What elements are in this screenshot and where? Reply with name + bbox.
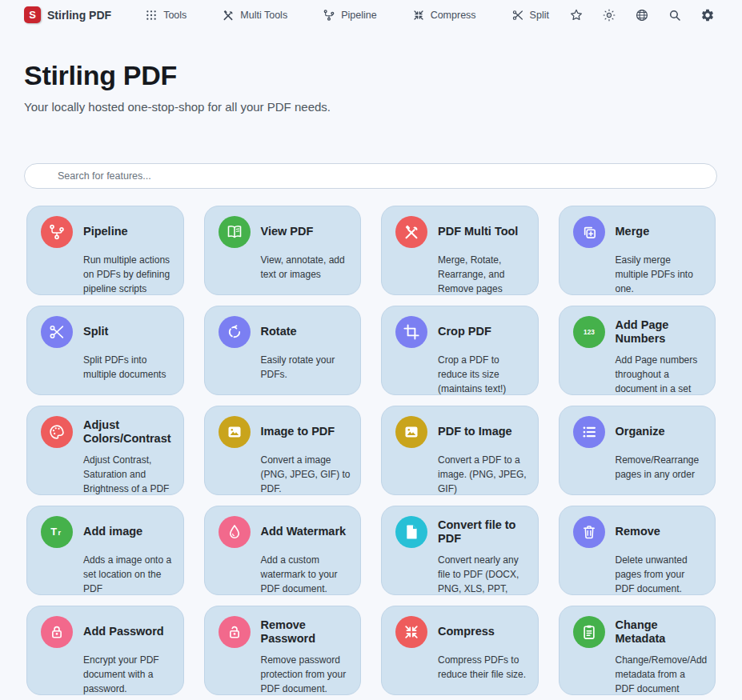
card-description: Easily merge multiple PDFs into one. — [616, 253, 706, 295]
card-pdf-to-image[interactable]: PDF to Image Convert a PDF to a image. (… — [381, 406, 539, 495]
card-icon-badge: Tr — [41, 516, 73, 548]
nav-item-multi-tools[interactable]: Multi Tools — [222, 9, 287, 22]
card-remove[interactable]: Remove Delete unwanted pages from your P… — [559, 506, 716, 595]
apps-grid-icon — [145, 9, 158, 22]
card-add-page-numbers[interactable]: 123 Add Page Numbers Add Page numbers th… — [559, 306, 716, 395]
settings-button[interactable] — [700, 8, 715, 22]
gear-icon — [700, 8, 715, 22]
merge-icon — [580, 223, 598, 241]
card-header: Add Watermark — [219, 516, 351, 548]
card-icon-badge — [573, 516, 605, 548]
card-split[interactable]: Split Split PDFs into multiple documents — [26, 306, 184, 395]
search-input[interactable] — [56, 170, 705, 182]
pipeline-icon — [323, 9, 335, 22]
crop-icon — [403, 323, 420, 341]
card-add-password[interactable]: Add Password Encrypt your PDF document w… — [26, 606, 184, 695]
card-add-image[interactable]: Tr Add image Adds a image onto a set loc… — [26, 506, 184, 595]
globe-icon — [635, 8, 649, 22]
card-view-pdf[interactable]: View PDF View, annotate, add text or ima… — [204, 206, 362, 295]
image-icon — [403, 423, 420, 441]
card-icon-badge — [395, 616, 427, 648]
nav-item-label: Multi Tools — [240, 10, 287, 21]
card-title: Change Metadata — [616, 618, 706, 646]
trash-icon — [580, 523, 598, 541]
brand-home-link[interactable]: S Stirling PDF — [24, 6, 111, 23]
card-header: 123 Add Page Numbers — [573, 316, 706, 348]
card-description: Crop a PDF to reduce its size (maintains… — [438, 353, 528, 395]
nav-item-label: Compress — [431, 10, 476, 21]
card-header: Organize — [573, 416, 706, 448]
card-image-to-pdf[interactable]: Image to PDF Convert a image (PNG, JPEG,… — [204, 406, 362, 495]
card-description: Run multiple actions on PDFs by defining… — [83, 253, 174, 295]
card-header: Add Password — [41, 616, 174, 648]
card-title: Add Page Numbers — [616, 318, 706, 346]
card-crop-pdf[interactable]: Crop PDF Crop a PDF to reduce its size (… — [381, 306, 539, 395]
clipboard-icon — [580, 623, 598, 641]
svg-text:r: r — [58, 529, 61, 537]
card-icon-badge — [219, 216, 251, 248]
favourites-button[interactable] — [569, 8, 584, 22]
theme-toggle-button[interactable] — [602, 8, 616, 22]
card-pipeline[interactable]: Pipeline Run multiple actions on PDFs by… — [26, 206, 184, 295]
card-icon-badge — [219, 516, 251, 548]
card-title: Add Watermark — [261, 525, 347, 538]
card-header: Crop PDF — [395, 316, 528, 348]
book-icon — [226, 223, 243, 241]
card-title: View PDF — [261, 225, 314, 238]
card-description: Merge, Rotate, Rearrange, and Remove pag… — [438, 253, 528, 295]
card-description: Add Page numbers throughout a document i… — [616, 353, 706, 395]
card-header: PDF Multi Tool — [395, 216, 528, 248]
card-title: Rotate — [261, 325, 297, 338]
pipeline-icon — [48, 223, 66, 241]
card-icon-badge — [573, 416, 605, 448]
card-icon-badge — [395, 516, 427, 548]
nav-actions — [569, 8, 726, 22]
card-description: Split PDFs into multiple documents — [83, 353, 174, 382]
card-title: Remove — [616, 525, 660, 538]
hero: Stirling PDF Your locally hosted one-sto… — [0, 28, 742, 114]
card-icon-badge — [41, 316, 73, 348]
card-merge[interactable]: Merge Easily merge multiple PDFs into on… — [559, 206, 716, 295]
nav-item-pipeline[interactable]: Pipeline — [323, 9, 376, 22]
card-icon-badge — [573, 216, 605, 248]
card-title: Compress — [438, 625, 495, 638]
card-description: Encrypt your PDF document with a passwor… — [83, 653, 174, 695]
card-header: Convert file to PDF — [395, 516, 528, 548]
card-icon-badge — [395, 416, 427, 448]
card-remove-password[interactable]: Remove Password Remove password protecti… — [204, 606, 362, 695]
nav-item-tools[interactable]: Tools — [145, 9, 187, 22]
card-description: Convert nearly any file to PDF (DOCX, PN… — [438, 553, 528, 595]
card-pdf-multi-tool[interactable]: PDF Multi Tool Merge, Rotate, Rearrange,… — [381, 206, 539, 295]
stirling-pdf-app: S Stirling PDF Tools Multi Tools Pipelin… — [0, 0, 742, 700]
card-title: Crop PDF — [438, 325, 491, 338]
card-header: Split — [41, 316, 174, 348]
lock-icon — [48, 623, 66, 641]
rotate-icon — [226, 323, 243, 341]
compress-icon — [403, 623, 420, 641]
card-description: Convert a image (PNG, JPEG, GIF) to PDF. — [261, 453, 351, 495]
nav-item-compress[interactable]: Compress — [412, 9, 476, 22]
card-convert-file-to-pdf[interactable]: Convert file to PDF Convert nearly any f… — [381, 506, 539, 595]
card-header: PDF to Image — [395, 416, 528, 448]
card-rotate[interactable]: Rotate Easily rotate your PDFs. — [204, 306, 362, 395]
card-header: Change Metadata — [573, 616, 706, 648]
language-button[interactable] — [635, 8, 649, 22]
feature-card-grid: Pipeline Run multiple actions on PDFs by… — [26, 206, 716, 695]
sun-icon — [602, 8, 616, 22]
card-compress[interactable]: Compress Compress PDFs to reduce their f… — [381, 606, 539, 695]
feature-search-bar — [24, 163, 717, 189]
card-change-metadata[interactable]: Change Metadata Change/Remove/Add metada… — [559, 606, 716, 695]
file-icon — [403, 523, 420, 541]
search-button[interactable] — [668, 8, 682, 22]
card-description: Compress PDFs to reduce their file size. — [438, 653, 528, 682]
card-add-watermark[interactable]: Add Watermark Add a custom watermark to … — [204, 506, 362, 595]
card-header: Adjust Colors/Contrast — [41, 416, 174, 448]
card-icon-badge — [219, 316, 251, 348]
nav-item-label: Split — [530, 10, 549, 21]
card-organize[interactable]: Organize Remove/Rearrange pages in any o… — [559, 406, 716, 495]
nav-menu: Tools Multi Tools Pipeline Compress Spli… — [145, 9, 549, 22]
nav-item-split[interactable]: Split — [511, 9, 549, 22]
card-header: Image to PDF — [219, 416, 351, 448]
card-adjust-colors-contrast[interactable]: Adjust Colors/Contrast Adjust Contrast, … — [26, 406, 184, 495]
card-header: Merge — [573, 216, 706, 248]
